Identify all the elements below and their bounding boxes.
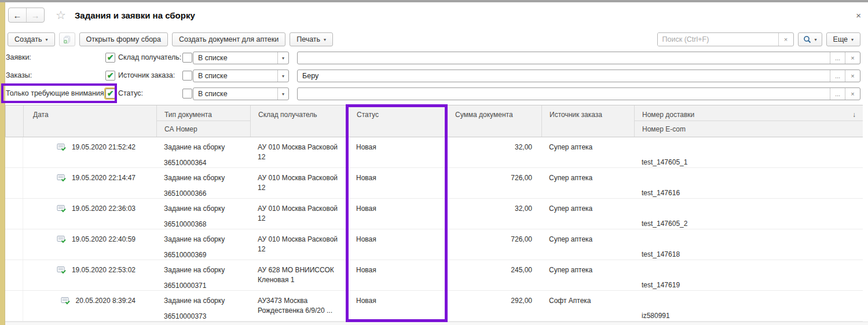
row-date-cell: 19.05.2020 22:53:02 — [23, 260, 156, 290]
row-ecom-number: test_147619 — [642, 281, 863, 289]
row-doc-type: Задание на сборку — [164, 266, 250, 274]
more-button[interactable]: Еще ▾ — [826, 32, 860, 46]
forward-button[interactable]: → — [27, 8, 44, 22]
filter-panel: Заявки: ✔ Склад получатель: В списке ▾ .… — [6, 51, 862, 104]
sort-down-icon: ↓ — [852, 111, 856, 120]
row-status: Новая — [347, 291, 447, 321]
row-warehouse: АУ 010 Москва Расковой 12 — [250, 199, 347, 229]
row-sum: 32,00 — [447, 199, 541, 229]
search-clear-button[interactable]: × — [778, 33, 793, 46]
order-source-condition-select[interactable]: В списке ▾ — [193, 70, 289, 82]
status-filter-checkbox[interactable] — [182, 89, 192, 98]
status-value-input[interactable] — [298, 88, 830, 100]
status-picker-button[interactable]: ... — [830, 88, 845, 100]
row-sum: 292,00 — [447, 291, 541, 321]
header-date-label: Дата — [33, 111, 49, 119]
order-source-clear-button[interactable]: × — [845, 70, 860, 82]
header-delivery[interactable]: Номер доставки ↓ Номер E-com — [635, 105, 863, 137]
row-doc-type-cell: Задание на сборку 36510000371 — [156, 260, 250, 290]
filter-label-order-source: Источник заказа: — [118, 71, 175, 79]
row-ca-number: 36510000371 — [164, 282, 250, 290]
assembly-task-document-icon — [57, 205, 66, 213]
header-ecom-label: Номер E-com — [635, 121, 863, 133]
row-doc-type: Задание на сборку — [164, 174, 250, 182]
condition-value: В списке — [193, 90, 277, 98]
copy-document-button[interactable] — [59, 32, 75, 46]
table-row[interactable]: 20.05.2020 8:39:24 Задание на сборку 365… — [5, 291, 863, 322]
row-status: Новая — [347, 199, 447, 229]
status-condition-select[interactable]: В списке ▾ — [193, 87, 289, 100]
open-assembly-form-button[interactable]: Открыть форму сбора — [79, 32, 168, 46]
row-status: Новая — [347, 260, 447, 290]
back-button[interactable]: ← — [9, 8, 27, 22]
row-delivery-cell: test_147618 — [634, 229, 863, 260]
requests-checkbox[interactable]: ✔ — [105, 53, 115, 63]
window-top-border — [0, 0, 868, 2]
header-delivery-label: Номер доставки — [642, 111, 694, 120]
header-doc-type[interactable]: Тип документа СА Номер — [157, 105, 251, 137]
header-warehouse[interactable]: Склад получатель — [251, 105, 348, 137]
status-clear-button[interactable]: × — [845, 88, 860, 100]
row-ecom-number: iz580991 — [642, 312, 863, 320]
header-sum-label: Сумма документа — [455, 111, 513, 119]
assembly-task-document-icon — [57, 143, 66, 151]
header-source-label: Источник заказа — [550, 111, 602, 119]
table-row[interactable]: 19.05.2020 22:36:03 Задание на сборку 36… — [5, 199, 863, 229]
dropdown-arrow-icon: ▾ — [815, 37, 817, 42]
row-selector-cell — [5, 137, 23, 167]
close-icon[interactable]: × — [856, 11, 861, 20]
warehouse-condition-select[interactable]: В списке ▾ — [193, 52, 289, 64]
filter-row-requests: Заявки: ✔ Склад получатель: В списке ▾ .… — [6, 51, 862, 65]
check-icon: ✔ — [107, 89, 114, 97]
attention-only-checkbox[interactable]: ✔ — [105, 89, 115, 98]
row-warehouse: АУ 628 МО ВНИИССОК Кленовая 1 — [250, 260, 347, 290]
titlebar: ← → ☆ Задания и заявки на сборку × — [8, 7, 861, 23]
header-ca-number-label: СА Номер — [157, 121, 250, 133]
forward-arrow-icon: → — [31, 10, 40, 20]
table-row[interactable]: 19.05.2020 22:14:47 Задание на сборку 36… — [5, 168, 863, 199]
header-date[interactable]: Дата — [24, 105, 157, 137]
print-button[interactable]: Печать ▾ — [290, 32, 333, 46]
row-source: Супер аптека — [541, 168, 634, 198]
order-source-filter-checkbox[interactable] — [182, 71, 192, 81]
row-warehouse: АУ 010 Москва Расковой 12 — [250, 168, 347, 198]
row-sum: 726,00 — [447, 168, 541, 198]
table-row[interactable]: 19.05.2020 22:53:02 Задание на сборку 36… — [5, 260, 863, 291]
assembly-task-document-icon — [57, 235, 66, 243]
clear-x-icon: × — [784, 36, 788, 43]
warehouse-value-input[interactable] — [298, 52, 830, 64]
assembly-task-document-icon — [57, 266, 66, 274]
create-pharmacy-document-button[interactable]: Создать документ для аптеки — [172, 32, 285, 46]
table-row[interactable]: 19.05.2020 21:52:42 Задание на сборку 36… — [5, 137, 863, 168]
header-doc-type-label: Тип документа — [157, 105, 250, 121]
header-sum[interactable]: Сумма документа — [448, 105, 542, 137]
orders-checkbox[interactable]: ✔ — [105, 71, 115, 81]
window-left-border — [0, 2, 5, 325]
search-input[interactable] — [658, 33, 778, 46]
order-source-value-input[interactable] — [298, 70, 830, 82]
table-row[interactable]: 19.05.2020 22:40:59 Задание на сборку 36… — [5, 229, 863, 260]
status-value-field: ... × — [297, 87, 860, 100]
favorite-star-icon[interactable]: ☆ — [56, 9, 66, 21]
row-date: 19.05.2020 22:36:03 — [72, 205, 135, 213]
search-button[interactable]: ▾ — [798, 32, 822, 46]
warehouse-filter-checkbox[interactable] — [182, 53, 192, 63]
order-source-picker-button[interactable]: ... — [830, 70, 845, 82]
next-row-edge — [5, 322, 868, 325]
row-ca-number: 36510000368 — [164, 220, 250, 228]
chevron-down-icon: ▾ — [277, 52, 288, 64]
dropdown-arrow-icon: ▾ — [46, 37, 48, 42]
toolbar: Создать ▾ Открыть форму сбора Создать до… — [8, 32, 860, 47]
row-doc-type-cell: Задание на сборку 36510000366 — [156, 168, 250, 198]
header-source[interactable]: Источник заказа — [542, 105, 635, 137]
warehouse-picker-button[interactable]: ... — [830, 52, 845, 64]
warehouse-value-field: ... × — [297, 52, 860, 64]
create-button[interactable]: Создать ▾ — [8, 32, 55, 46]
row-sum: 245,00 — [447, 260, 541, 290]
ellipsis-icon: ... — [835, 72, 840, 79]
row-doc-type-cell: Задание на сборку 36510000368 — [156, 199, 250, 229]
condition-value: В списке — [193, 72, 277, 80]
warehouse-clear-button[interactable]: × — [845, 52, 860, 64]
row-selector-cell — [5, 260, 23, 290]
header-status[interactable]: Статус — [348, 105, 448, 137]
